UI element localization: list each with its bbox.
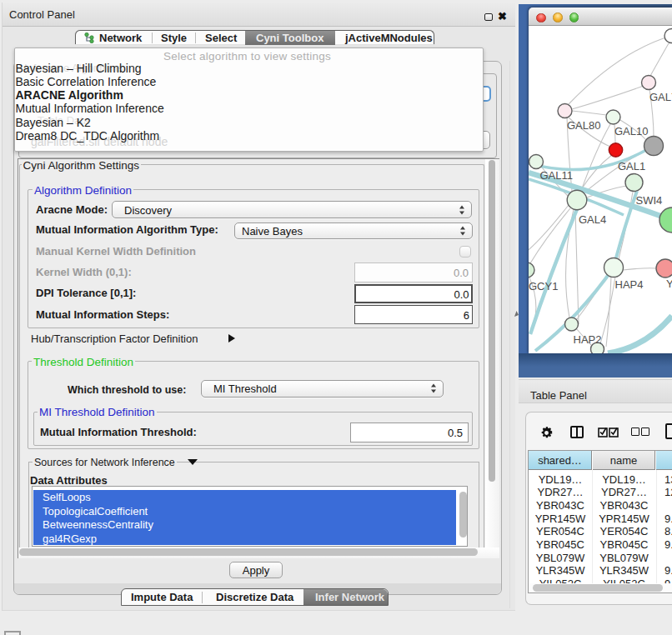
svg-text:GCY1: GCY1 xyxy=(529,280,558,292)
svg-text:GAL10: GAL10 xyxy=(614,125,648,138)
svg-text:YJ: YJ xyxy=(666,278,672,290)
svg-text:GAL7: GAL7 xyxy=(649,91,672,103)
svg-text:HAP4: HAP4 xyxy=(615,278,644,291)
svg-text:GAL11: GAL11 xyxy=(540,169,574,182)
svg-text:GAL1: GAL1 xyxy=(618,160,645,172)
svg-text:HAP2: HAP2 xyxy=(574,333,602,346)
svg-text:GAL80: GAL80 xyxy=(567,119,600,132)
svg-text:GAL4: GAL4 xyxy=(579,213,606,226)
svg-text:SWI4: SWI4 xyxy=(636,194,663,207)
